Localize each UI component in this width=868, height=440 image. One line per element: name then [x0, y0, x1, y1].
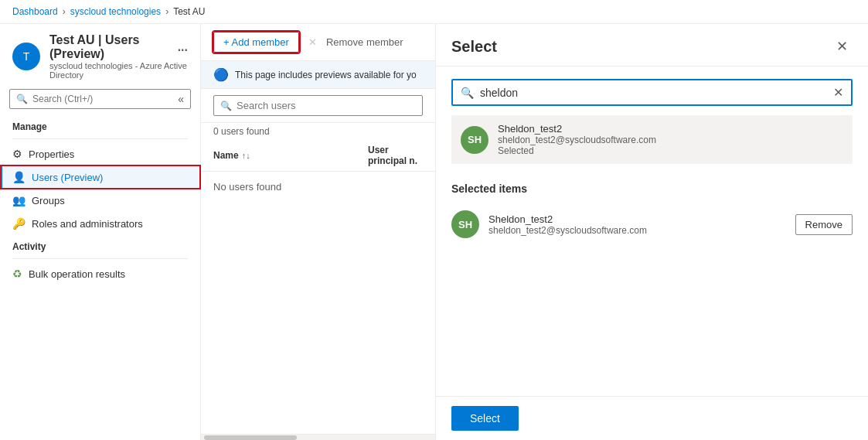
panel-clear-button[interactable]: ✕ — [833, 85, 843, 100]
result-avatar: SH — [461, 126, 488, 154]
sidebar-item-users[interactable]: 👤 Users (Preview) — [0, 165, 200, 189]
users-count: 0 users found — [201, 123, 435, 140]
activity-section-label: Activity — [0, 235, 200, 255]
no-users-text: No users found — [201, 172, 435, 202]
select-panel: Select ✕ 🔍 ✕ SH Sheldon_test2 sheldon_te… — [435, 24, 868, 440]
content-area: + Add member ✕ Remove member 🔵 This page… — [201, 24, 435, 440]
breadcrumb-sep-2: › — [165, 6, 168, 17]
search-icon: 🔍 — [16, 94, 28, 104]
panel-search-box[interactable]: 🔍 ✕ — [451, 79, 853, 106]
manage-section-label: Manage — [0, 115, 200, 135]
breadcrumb-sep-1: › — [63, 6, 66, 17]
sidebar-item-label: Users (Preview) — [32, 172, 103, 183]
sidebar-item-groups[interactable]: 👥 Groups — [0, 189, 200, 212]
selected-items-label: Selected items — [451, 182, 853, 195]
sidebar-search-input[interactable] — [32, 94, 173, 104]
page-title: Test AU | Users (Preview) ... — [49, 33, 188, 61]
search-icon: 🔍 — [220, 101, 232, 111]
selected-item-email: sheldon_test2@syscloudsoftware.com — [488, 225, 786, 236]
sidebar-item-label: Properties — [29, 148, 74, 160]
user-icon: 👤 — [12, 171, 26, 183]
collapse-button[interactable]: « — [178, 93, 184, 105]
breadcrumb-dashboard[interactable]: Dashboard — [12, 6, 58, 17]
search-input-wrapper[interactable]: 🔍 — [213, 95, 423, 116]
selected-item-avatar: SH — [451, 210, 479, 238]
breadcrumb-current: Test AU — [173, 6, 205, 17]
scroll-thumb[interactable] — [204, 435, 297, 440]
panel-search-icon: 🔍 — [461, 87, 474, 99]
sort-icon[interactable]: ↑↓ — [242, 151, 250, 160]
sidebar-item-label: Groups — [32, 195, 65, 206]
manage-divider — [12, 138, 188, 139]
preview-icon: 🔵 — [213, 67, 229, 82]
sidebar-header: T Test AU | Users (Preview) ... syscloud… — [0, 24, 200, 86]
preview-banner: 🔵 This page includes previews available … — [201, 61, 435, 89]
activity-divider — [12, 258, 188, 259]
sidebar-item-roles[interactable]: 🔑 Roles and administrators — [0, 212, 200, 235]
breadcrumb: Dashboard › syscloud technologies › Test… — [0, 0, 868, 24]
roles-icon: 🔑 — [12, 217, 26, 230]
search-result-item[interactable]: SH Sheldon_test2 sheldon_test2@sysclouds… — [451, 115, 853, 164]
toolbar-divider: ✕ — [308, 36, 317, 48]
selected-item-info: Sheldon_test2 sheldon_test2@syscloudsoft… — [488, 213, 786, 236]
column-upn: User principal n. — [368, 145, 423, 166]
selected-item-name: Sheldon_test2 — [488, 213, 786, 225]
page-subtitle: syscloud technologies - Azure Active Dir… — [49, 61, 188, 80]
sidebar-title-wrap: Test AU | Users (Preview) ... syscloud t… — [49, 33, 188, 80]
sidebar-item-bulk[interactable]: ♻ Bulk operation results — [0, 262, 200, 285]
result-info: Sheldon_test2 sheldon_test2@syscloudsoft… — [498, 123, 656, 156]
table-header: Name ↑↓ User principal n. — [201, 140, 435, 172]
avatar: T — [12, 43, 40, 70]
result-name: Sheldon_test2 — [498, 123, 656, 135]
select-button[interactable]: Select — [451, 406, 519, 431]
selected-item: SH Sheldon_test2 sheldon_test2@sysclouds… — [451, 204, 853, 244]
panel-title: Select — [451, 38, 497, 56]
preview-text: This page includes previews available fo… — [235, 70, 417, 80]
panel-search-input[interactable] — [480, 87, 827, 99]
panel-body: 🔍 ✕ SH Sheldon_test2 sheldon_test2@syscl… — [436, 67, 868, 396]
add-member-button[interactable]: + Add member — [213, 32, 299, 53]
content-toolbar: + Add member ✕ Remove member — [201, 24, 435, 61]
properties-icon: ⚙ — [12, 148, 22, 160]
sidebar-search-box[interactable]: 🔍 « — [9, 89, 191, 109]
remove-selected-button[interactable]: Remove — [795, 214, 853, 235]
panel-close-button[interactable]: ✕ — [832, 36, 853, 56]
panel-header: Select ✕ — [436, 24, 868, 67]
users-search-input[interactable] — [237, 100, 366, 111]
more-button[interactable]: ... — [178, 40, 188, 54]
result-email: sheldon_test2@syscloudsoftware.com — [498, 135, 656, 145]
panel-footer: Select — [436, 396, 868, 440]
bulk-icon: ♻ — [12, 268, 22, 280]
horizontal-scrollbar[interactable] — [201, 434, 435, 440]
column-name: Name ↑↓ — [213, 150, 368, 161]
sidebar-item-label: Bulk operation results — [29, 268, 125, 280]
sidebar-item-label: Roles and administrators — [32, 218, 143, 230]
sidebar: T Test AU | Users (Preview) ... syscloud… — [0, 24, 201, 440]
selected-items-section: Selected items SH Sheldon_test2 sheldon_… — [451, 182, 853, 244]
result-status: Selected — [498, 145, 656, 156]
sidebar-item-properties[interactable]: ⚙ Properties — [0, 142, 200, 165]
remove-member-button[interactable]: Remove member — [326, 36, 403, 48]
breadcrumb-syscloud[interactable]: syscloud technologies — [70, 6, 161, 17]
group-icon: 👥 — [12, 194, 26, 206]
content-search: 🔍 — [201, 89, 435, 123]
